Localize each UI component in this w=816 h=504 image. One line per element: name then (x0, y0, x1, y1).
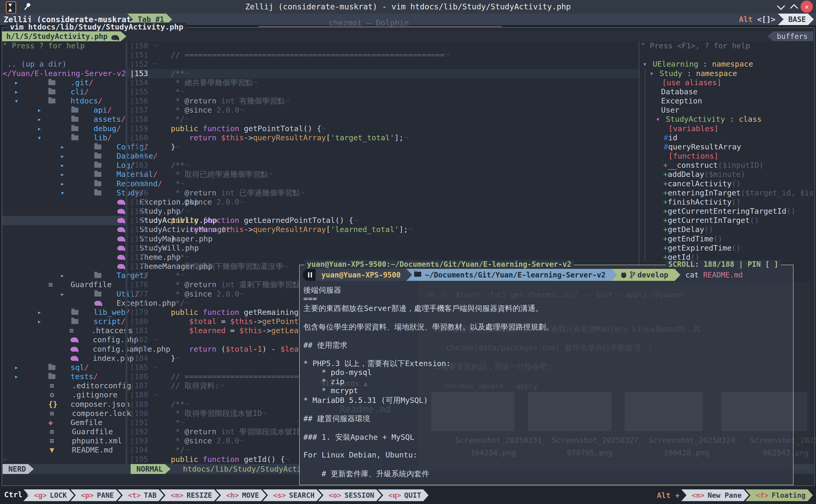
tree-item[interactable]: {}composer.json (2, 400, 125, 409)
keybind-resize[interactable]: <n>RESIZE (160, 489, 219, 501)
tree-item[interactable]: ≡Guardfile (2, 280, 125, 289)
tag-row[interactable]: │+getCurrentInTarget() (639, 216, 813, 225)
chevron-right-icon[interactable]: ▸ (37, 308, 42, 317)
tag-row[interactable]: │+getCurrentEnteringTargetId() (639, 207, 813, 216)
buffers-tab[interactable]: buffers (767, 31, 813, 41)
chevron-right-icon[interactable]: ▸ (60, 179, 65, 188)
tree-item[interactable]: ▸Database/ (2, 152, 125, 161)
tree-item[interactable]: config.sample.php (2, 345, 125, 354)
tree-item[interactable]: ▾Study/ (2, 188, 125, 198)
tag-row[interactable]: │+finishActivity() (639, 198, 813, 207)
tree-item[interactable]: StudyWill.php (2, 244, 125, 253)
tree-item[interactable]: Study.php (2, 207, 125, 216)
tag-row[interactable]: │[use aliases] (639, 78, 813, 88)
chevron-right-icon[interactable]: ▸ (14, 78, 19, 87)
tree-item[interactable]: ▸tests/ (2, 372, 125, 381)
tree-item[interactable]: Theme.php (2, 253, 125, 262)
chevron-right-icon[interactable]: ▸ (60, 152, 65, 161)
chevron-right-icon[interactable]: ▸ (14, 372, 19, 381)
nerdtree-separator[interactable] (125, 41, 128, 464)
tree-item[interactable]: ◆Gemfile (2, 418, 125, 427)
tree-item[interactable]: ▸api/ (2, 106, 125, 115)
tree-item[interactable]: ≡composer.lock (2, 409, 125, 418)
tag-row[interactable]: │▾StudyActivity : class (639, 115, 813, 124)
buffer-tab[interactable]: h/l/S/StudyActivity.php (2, 31, 126, 41)
chevron-right-icon[interactable]: ▸ (37, 317, 42, 326)
chevron-right-icon[interactable]: ▸ (60, 142, 65, 152)
tag-row[interactable]: │+getDelay() (639, 225, 813, 234)
tree-item[interactable]: ▸debug/ (2, 124, 125, 134)
tree-item[interactable]: ≡phpunit.xml (2, 436, 125, 446)
keybind-new-pane[interactable]: <n>New Pane (681, 489, 749, 501)
chevron-down-icon[interactable]: ▾ (37, 133, 42, 142)
tree-item[interactable]: ▸.git/ (2, 78, 125, 88)
tree-item[interactable]: ▸Config/ (2, 142, 125, 152)
keybind-search[interactable]: <s>SEARCH (263, 489, 322, 501)
tag-row[interactable]: ▾UElearning : namespace (639, 60, 813, 69)
close-button[interactable]: ✕ (801, 1, 813, 13)
tag-row[interactable]: │#queryResultArray (639, 142, 813, 152)
chevron-right-icon[interactable]: ▸ (37, 106, 42, 115)
tree-item[interactable]: ≡Guardfile (2, 427, 125, 437)
tree-item[interactable]: StudyManager.php (2, 234, 125, 244)
chevron-right-icon[interactable]: ▸ (60, 161, 65, 170)
tag-row[interactable]: │+getEndTime() (639, 234, 813, 244)
chevron-right-icon[interactable]: ▸ (60, 289, 65, 299)
chevron-right-icon[interactable]: ▸ (60, 271, 65, 280)
chevron-right-icon[interactable]: ▸ (14, 363, 19, 372)
tree-item[interactable]: ▾lib/ (2, 133, 125, 143)
tree-item[interactable]: ▸cli/ (2, 87, 125, 97)
tree-item[interactable]: ▸Target/ (2, 271, 125, 280)
fold-arrow-icon[interactable]: ▾ (650, 69, 654, 78)
chevron-right-icon[interactable]: ▸ (14, 87, 19, 96)
tree-item[interactable]: Exception.php (2, 198, 125, 207)
tag-row[interactable]: │+cancelActivity() (639, 179, 813, 189)
tree-item[interactable]: Exception.php (2, 299, 125, 308)
keybind-pane[interactable]: <p>PANE (71, 489, 121, 501)
tree-item[interactable]: index.php (2, 354, 125, 363)
fold-arrow-icon[interactable]: ▾ (643, 60, 647, 69)
tree-item[interactable]: ▸Material/ (2, 170, 125, 179)
chevron-down-icon[interactable]: ▾ (14, 96, 19, 106)
tree-item[interactable]: ▸sql/ (2, 363, 125, 372)
keybind-move[interactable]: <h>MOVE (216, 489, 267, 501)
chevron-right-icon[interactable]: ▸ (37, 115, 42, 124)
tag-row[interactable]: │+__construct($inputID) (639, 161, 813, 170)
tag-row[interactable]: │+addDelay($minute) (639, 170, 813, 179)
tree-item[interactable]: StudyActivityManager (2, 225, 125, 234)
tag-row[interactable]: │+getExpiredTime() (639, 244, 813, 253)
tree-item[interactable]: " Press ? for help (2, 41, 125, 51)
tree-item[interactable]: .. (up a dir) (2, 60, 125, 69)
tree-item[interactable]: ≡.htaccess (2, 326, 125, 335)
tag-row[interactable]: │+enteringInTarget($target_id, $is (639, 188, 813, 198)
chevron-right-icon[interactable]: ▸ (37, 124, 42, 133)
tree-item[interactable]: ▾htdocs/ (2, 96, 125, 106)
tag-row[interactable]: │Exception (639, 96, 813, 106)
nerdtree-pane[interactable]: " Press ? for help.. (up a dir)</Yuan/E-… (2, 41, 125, 464)
tree-item[interactable]: ▸script/ (2, 317, 125, 326)
keybind-lock[interactable]: <g>LOCK (24, 489, 74, 501)
tag-row[interactable]: │▾Study : namespace (639, 69, 813, 78)
keybind-floating[interactable]: <f>Floating (745, 489, 813, 501)
tree-item[interactable]: </Yuan/E-learning-Server-v2/ (2, 69, 125, 78)
tree-item[interactable]: ▸Recommand/ (2, 179, 125, 189)
tag-row[interactable]: │[variables] (639, 124, 813, 134)
tree-item[interactable]: config.php (2, 335, 125, 345)
tree-item[interactable]: ~ (2, 455, 125, 464)
keybind-session[interactable]: <o>SESSION (318, 489, 382, 501)
tree-item[interactable]: ⚙.gitignore (2, 390, 125, 400)
tree-item[interactable]: StudyActivity.php (2, 216, 125, 225)
tag-row[interactable]: │User (639, 106, 813, 115)
tag-row[interactable]: │#id (639, 133, 813, 143)
tree-item[interactable]: ≡.editorconfig (2, 381, 125, 391)
chevron-right-icon[interactable]: ▸ (60, 170, 65, 179)
tree-item[interactable]: ▸lib_web/ (2, 308, 125, 317)
keybind-quit[interactable]: <q>QUIT (378, 489, 429, 501)
tag-row[interactable]: │Database (639, 87, 813, 97)
chevron-down-icon[interactable]: ▾ (60, 188, 65, 198)
tree-item[interactable]: ▸Log/ (2, 161, 125, 170)
tree-item[interactable]: ▼README.md (2, 445, 125, 455)
keybind-tab[interactable]: <t>TAB (118, 489, 164, 501)
tag-row[interactable]: │[functions] (639, 152, 813, 161)
tree-item[interactable]: ThemeManager.php (2, 262, 125, 271)
